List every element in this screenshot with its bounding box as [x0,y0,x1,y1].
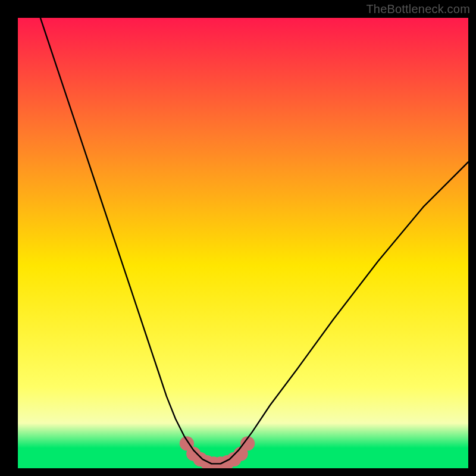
gradient-background [18,18,468,468]
plot-area [18,18,468,468]
watermark-text: TheBottleneck.com [366,2,470,16]
chart-canvas [18,18,468,468]
chart-frame: TheBottleneck.com [0,0,476,476]
